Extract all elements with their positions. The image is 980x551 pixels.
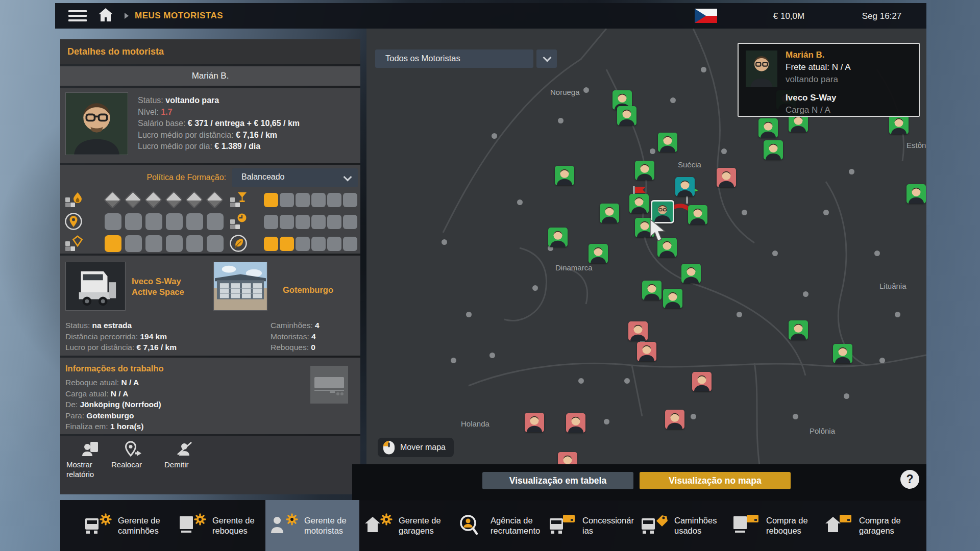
driver-marker[interactable] — [663, 289, 682, 308]
realocar-button[interactable]: Realocar — [111, 439, 155, 492]
info-line: Reboque atual: N / A — [65, 377, 161, 388]
city-dot — [823, 210, 829, 215]
truck-gear-icon — [83, 513, 112, 538]
skill-level-square — [264, 193, 278, 207]
skill-level-square — [327, 237, 341, 251]
skill-level-square — [186, 235, 203, 252]
driver-marker[interactable] — [628, 321, 648, 341]
driver-marker[interactable] — [692, 372, 712, 391]
driver-marker[interactable] — [906, 184, 926, 204]
driver-marker[interactable] — [658, 133, 677, 152]
driver-marker[interactable] — [548, 228, 568, 247]
city-dot — [844, 393, 849, 399]
skill-level-square — [264, 215, 278, 229]
nav-concession-rias[interactable]: Concessionárias — [544, 500, 638, 551]
chevron-down-icon — [344, 173, 352, 182]
job-info-lines: Reboque atual: N / ACarga atual: N / ADe… — [65, 377, 161, 432]
map[interactable]: Todos os Motoristas NoruegaSuéciaDinamar… — [366, 29, 926, 465]
used-trucks-icon — [640, 513, 668, 538]
dismiss-icon — [176, 440, 195, 458]
driver-marker[interactable] — [635, 161, 654, 180]
mostrar-relat-rio-button[interactable]: Mostrar relatório — [66, 439, 115, 492]
info-line: Reboques: 0 — [271, 342, 320, 353]
city-dot — [737, 312, 742, 317]
driver-marker[interactable] — [833, 344, 852, 363]
skill-level-square — [280, 237, 294, 251]
driver-marker[interactable] — [525, 413, 544, 432]
trailer-buy-icon — [731, 513, 760, 538]
driver-marker[interactable] — [600, 204, 619, 223]
country-label: Noruega — [550, 88, 580, 96]
city-dot — [451, 358, 456, 363]
nav-ag-ncia-de-recrutamento[interactable]: Agência de recrutamento — [452, 500, 546, 551]
driver-marker[interactable] — [758, 118, 778, 138]
driver-marker[interactable] — [789, 320, 808, 340]
driver-marker[interactable] — [889, 115, 909, 134]
home-icon[interactable] — [98, 8, 113, 24]
skill-level-square — [145, 213, 162, 230]
driver-details-panel: Detalhes do motorista Marián B. Status: … — [60, 39, 360, 494]
city-dot — [849, 169, 854, 174]
driver-marker[interactable] — [637, 342, 656, 361]
info-line: Motoristas: 4 — [271, 331, 320, 342]
training-policy-dropdown[interactable]: Balanceado — [232, 168, 358, 187]
skill-level-square — [145, 235, 162, 252]
move-map-label: Mover mapa — [400, 443, 446, 452]
czech-flag-icon[interactable] — [695, 9, 717, 25]
skill-level-square — [105, 213, 121, 230]
nav-gerente-de-reboques[interactable]: Gerente de reboques — [174, 500, 267, 551]
job-info-section: Informações do trabalho Reboque atual: N… — [60, 358, 360, 434]
demitir-button[interactable]: Demitir — [164, 439, 206, 492]
nav-compra-de-garagens[interactable]: Compra de garagens — [820, 500, 914, 551]
info-line: Nível: 1.7 — [138, 107, 300, 118]
map-view-button[interactable]: Visualização no mapa — [640, 472, 791, 489]
driver-marker[interactable] — [617, 106, 636, 126]
nav-gerente-de-caminh-es[interactable]: Gerente de caminhões — [79, 500, 173, 551]
driver-marker[interactable] — [717, 168, 736, 187]
driver-filter-value: Todos os Motoristas — [385, 54, 460, 63]
city-dot — [489, 353, 495, 358]
menu-icon[interactable] — [68, 10, 87, 21]
garage-name[interactable]: Gotemburgo — [283, 285, 357, 295]
driver-marker[interactable] — [555, 166, 574, 185]
driver-marker[interactable] — [629, 194, 649, 213]
driver-marker[interactable] — [764, 140, 783, 160]
city-dot — [583, 87, 589, 93]
truck-thumbnail[interactable] — [65, 262, 126, 311]
skill-level-square — [311, 215, 326, 229]
table-view-button[interactable]: Visualização em tabela — [482, 472, 633, 489]
help-button[interactable]: ? — [900, 470, 919, 489]
truck-name[interactable]: Iveco S-Way Active Space — [132, 276, 208, 297]
driver-marker[interactable] — [589, 244, 608, 263]
driver-marker[interactable] — [675, 177, 695, 196]
driver-marker[interactable] — [558, 452, 577, 465]
top-bar: MEUS MOTORISTAS € 10,0M Seg 16:27 — [55, 3, 926, 29]
nav-label: Compra de garagens — [859, 515, 912, 536]
training-policy-value: Balanceado — [241, 172, 285, 182]
garage-thumbnail[interactable] — [213, 262, 267, 311]
skill-level-square — [280, 215, 294, 229]
high-value-cargo-icon — [64, 234, 84, 254]
driver-marker[interactable] — [642, 281, 662, 300]
driver-filter-chevron-button[interactable] — [536, 49, 557, 68]
city-dot — [650, 148, 655, 154]
trailer-gear-icon — [178, 513, 206, 538]
adr-class-badge-icon — [206, 191, 224, 209]
info-line: Salário base: € 371 / entrega + € 10,65 … — [138, 118, 300, 130]
driver-marker[interactable] — [681, 264, 701, 283]
move-map-hint: Mover mapa — [378, 438, 454, 457]
city-dot — [895, 312, 900, 317]
adr-class-badge-icon — [144, 191, 162, 209]
skill-level-square — [296, 215, 310, 229]
nav-gerente-de-motoristas[interactable]: Gerente de motoristas — [265, 500, 359, 551]
nav-caminh-es-usados[interactable]: Caminhões usados — [635, 500, 729, 551]
driver-filter-dropdown[interactable]: Todos os Motoristas — [375, 49, 533, 68]
driver-marker[interactable] — [665, 410, 684, 429]
driver-marker[interactable] — [566, 413, 585, 433]
report-icon — [81, 440, 101, 458]
nav-compra-de-reboques[interactable]: Compra de reboques — [727, 500, 821, 551]
skill-level-square — [343, 193, 357, 207]
nav-gerente-de-garagens[interactable]: Gerente de garagens — [360, 500, 454, 551]
info-line: Carga atual: N / A — [65, 388, 161, 399]
driver-marker[interactable] — [688, 205, 707, 224]
